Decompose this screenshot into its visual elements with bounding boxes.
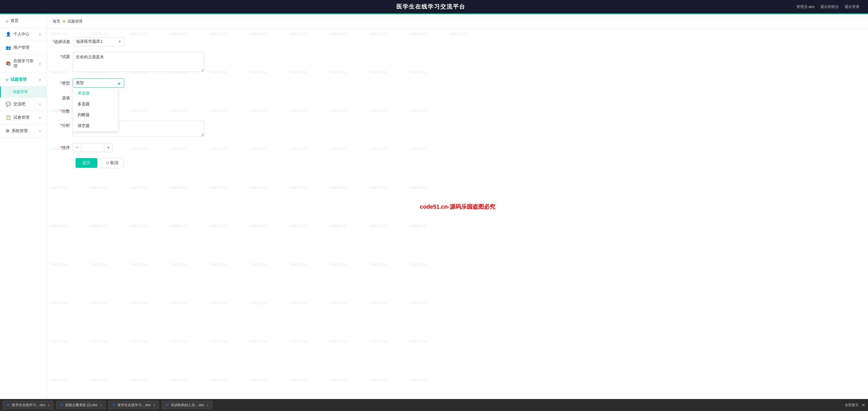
word-icon-4: W xyxy=(165,403,168,407)
question-input[interactable]: 生命的之源是水 xyxy=(73,52,204,72)
chevron-down-icon-2: ∨ xyxy=(39,62,41,66)
expand-icon-4: ∧ xyxy=(207,404,209,407)
list-icon: ≡ xyxy=(6,77,8,82)
bottom-file-4[interactable]: W 培训机构的人员....doc ∧ xyxy=(162,401,212,409)
breadcrumb: 首页 ★ 试题管理 xyxy=(47,14,868,29)
sidebar-item-profile[interactable]: 👤 个人中心 ∨ xyxy=(0,28,47,41)
wm54: code51.cn xyxy=(130,224,147,228)
bottom-file-2[interactable]: W 校园点餐系统 (2).doc ∧ xyxy=(56,401,105,409)
body-wrap: ⌂ 首页 👤 个人中心 ∨ 👥 用户管理 📚 在线学习管理 ∨ ≡ 试题管理 ∧… xyxy=(0,14,868,399)
home-icon: ⌂ xyxy=(6,19,8,23)
header-right: 管理员 abo 退出到前台 退出登录 xyxy=(796,4,860,9)
back-to-front-btn[interactable]: 退出到前台 xyxy=(820,4,839,9)
bottom-bar-right: 全部显示 ✕ xyxy=(845,403,865,408)
wm94: code51.cn xyxy=(130,378,147,382)
file-name-2: 校园点餐系统 (2).doc xyxy=(65,403,98,408)
wm55: code51.cn xyxy=(170,224,187,228)
bottom-file-1[interactable]: W 医学生在线学习....doc ∧ xyxy=(3,401,53,409)
chevron-down-icon: ∨ xyxy=(39,33,41,36)
wm100: code51.cn xyxy=(370,378,386,382)
wm86: code51.cn xyxy=(210,339,227,343)
select-paper-row: *选择试卷 临床医学题库1 ▼ xyxy=(53,37,862,46)
score-row: *分数 xyxy=(53,107,862,115)
stepper-minus-btn[interactable]: − xyxy=(73,143,81,152)
sidebar-label-user-mgmt: 用户管理 xyxy=(13,45,29,50)
breadcrumb-separator: ★ xyxy=(62,19,66,24)
chevron-up-icon: ∧ xyxy=(39,78,41,82)
sidebar-item-system-mgmt[interactable]: ⚙ 系统管理 ∨ xyxy=(0,124,47,138)
analysis-row: *分析 xyxy=(53,121,862,137)
question-row: *试题 生命的之源是水 xyxy=(53,52,862,73)
wm69: code51.cn xyxy=(330,262,347,267)
expand-icon-2: ∧ xyxy=(100,404,102,407)
sidebar-item-paper-mgmt[interactable]: 📋 试卷管理 ∨ xyxy=(0,111,47,124)
copyright-notice: code51.cn-源码乐园盗图必究 xyxy=(420,203,495,211)
sidebar-item-user-mgmt[interactable]: 👥 用户管理 xyxy=(0,41,47,55)
chevron-down-icon-3: ∨ xyxy=(39,102,41,106)
wm99: code51.cn xyxy=(330,378,347,382)
select-paper-dropdown[interactable]: 临床医学题库1 ▼ xyxy=(73,37,124,46)
radio-icon xyxy=(106,162,109,165)
sidebar-sub-item-exam-question[interactable]: 试题管理 xyxy=(0,86,47,98)
wm76: code51.cn xyxy=(210,300,227,305)
type-select-button[interactable]: 类型 ▲ xyxy=(73,79,124,88)
sidebar-label-online-learning: 在线学习管理 xyxy=(13,59,36,69)
wm46: code51.cn xyxy=(210,185,227,189)
type-arrow-icon: ▲ xyxy=(117,81,121,85)
dropdown-item-fill[interactable]: 填空题 xyxy=(73,120,118,131)
wm53: code51.cn xyxy=(90,224,107,228)
wm92: code51.cn xyxy=(50,378,67,382)
word-icon-1: W xyxy=(6,403,10,407)
sidebar-item-home[interactable]: ⌂ 首页 xyxy=(0,14,47,28)
dropdown-item-single[interactable]: 单选题 xyxy=(73,88,118,99)
wm67: code51.cn xyxy=(250,262,267,267)
sidebar-label-exchange: 交流吧 xyxy=(13,101,25,107)
logout-btn[interactable]: 退出登录 xyxy=(845,4,860,9)
wm48: code51.cn xyxy=(290,185,307,189)
wm77: code51.cn xyxy=(250,300,267,305)
cancel-button[interactable]: 取消 xyxy=(101,158,124,168)
chevron-down-icon-4: ∨ xyxy=(39,116,41,120)
buttons-row: 提交 取消 xyxy=(53,158,862,168)
breadcrumb-home[interactable]: 首页 xyxy=(53,19,60,24)
stepper-input[interactable] xyxy=(81,143,104,152)
close-bottom-button[interactable]: ✕ xyxy=(862,403,865,408)
wm78: code51.cn xyxy=(290,300,307,305)
order-control: − + xyxy=(73,143,204,152)
main-content: code51.cncode51.cncode51.cncode51.cncode… xyxy=(47,14,868,399)
word-icon-3: W xyxy=(112,403,115,407)
wm90: code51.cn xyxy=(370,339,386,343)
wm45: code51.cn xyxy=(170,185,187,189)
submit-button[interactable]: 提交 xyxy=(75,158,97,168)
wm93: code51.cn xyxy=(90,378,107,382)
book-icon: 📚 xyxy=(6,61,11,66)
wm83: code51.cn xyxy=(90,339,107,343)
wm101: code51.cn xyxy=(409,378,427,382)
type-label: *类型 xyxy=(53,79,70,86)
sidebar-label-exam-mgmt: 试题管理 xyxy=(10,77,27,82)
wm49: code51.cn xyxy=(330,185,347,189)
show-all-button[interactable]: 全部显示 xyxy=(845,403,859,408)
breadcrumb-current: 试题管理 xyxy=(68,19,83,24)
bottom-file-3[interactable]: W 医学生在线学习....doc ∧ xyxy=(108,401,159,409)
wm57: code51.cn xyxy=(250,224,267,228)
wm70: code51.cn xyxy=(370,262,386,267)
select-paper-control: 临床医学题库1 ▼ xyxy=(73,37,204,46)
gear-icon: ⚙ xyxy=(6,128,9,134)
dropdown-item-judge[interactable]: 判断题 xyxy=(73,110,118,120)
select-paper-label: *选择试卷 xyxy=(53,37,70,45)
sidebar-item-online-learning[interactable]: 📚 在线学习管理 ∨ xyxy=(0,55,47,73)
wm44: code51.cn xyxy=(130,185,147,189)
sidebar-item-exam-mgmt[interactable]: ≡ 试题管理 ∧ xyxy=(0,73,47,86)
wm61: code51.cn xyxy=(409,224,427,228)
dropdown-item-multi[interactable]: 多选题 xyxy=(73,99,118,110)
header: 医学生在线学习交流平台 管理员 abo 退出到前台 退出登录 xyxy=(0,0,868,14)
stepper-plus-btn[interactable]: + xyxy=(104,143,113,152)
options-row: 选项 xyxy=(53,93,862,101)
order-label: *排序 xyxy=(53,143,70,150)
sidebar-item-exchange[interactable]: 💬 交流吧 ∨ xyxy=(0,98,47,111)
wm66: code51.cn xyxy=(210,262,227,267)
sidebar-label-paper-mgmt: 试卷管理 xyxy=(13,115,29,120)
wm87: code51.cn xyxy=(250,339,267,343)
wm51: code51.cn xyxy=(409,185,427,189)
